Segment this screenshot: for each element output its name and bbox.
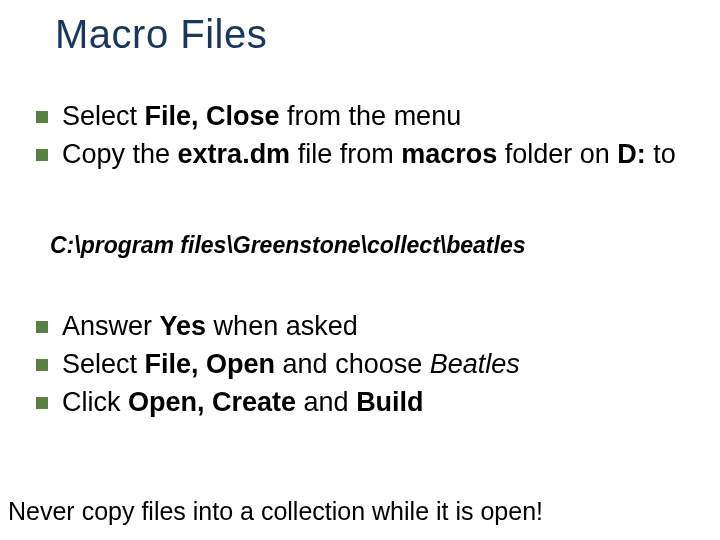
slide: Macro Files Select File, Close from the … [0, 0, 720, 540]
list-item-text: Select File, Close from the menu [62, 100, 690, 134]
run: folder on [497, 139, 617, 169]
run: when asked [206, 311, 358, 341]
list-item-text: Select File, Open and choose Beatles [62, 348, 690, 382]
list-item: Copy the extra.dm file from macros folde… [36, 138, 690, 172]
list-item-text: Click Open, Create and Build [62, 386, 690, 420]
bullet-group-2: Answer Yes when asked Select File, Open … [36, 310, 690, 423]
list-item: Answer Yes when asked [36, 310, 690, 344]
path-line: C:\program files\Greenstone\collect\beat… [50, 232, 690, 259]
footer-note: Never copy files into a collection while… [8, 497, 543, 526]
path-text: C:\program files\Greenstone\collect\beat… [50, 232, 525, 258]
run: file from [290, 139, 401, 169]
bullet-group-1: Select File, Close from the menu Copy th… [36, 100, 690, 176]
run: Select [62, 101, 145, 131]
run-bold: extra.dm [178, 139, 291, 169]
square-bullet-icon [36, 321, 48, 333]
run-bold: Yes [160, 311, 207, 341]
run: and [296, 387, 356, 417]
list-item-text: Answer Yes when asked [62, 310, 690, 344]
square-bullet-icon [36, 397, 48, 409]
list-item: Select File, Open and choose Beatles [36, 348, 690, 382]
run: from the menu [280, 101, 462, 131]
run: Select [62, 349, 145, 379]
run: Click [62, 387, 128, 417]
run: Copy the [62, 139, 178, 169]
square-bullet-icon [36, 149, 48, 161]
run: Answer [62, 311, 160, 341]
run-bold: Open, Create [128, 387, 296, 417]
list-item: Click Open, Create and Build [36, 386, 690, 420]
list-item: Select File, Close from the menu [36, 100, 690, 134]
run-bold: File, Open [145, 349, 276, 379]
square-bullet-icon [36, 359, 48, 371]
slide-title: Macro Files [55, 12, 267, 57]
square-bullet-icon [36, 111, 48, 123]
run: and choose [275, 349, 430, 379]
list-item-text: Copy the extra.dm file from macros folde… [62, 138, 690, 172]
run: to [646, 139, 676, 169]
run-bold: File, Close [145, 101, 280, 131]
run-bold: macros [401, 139, 497, 169]
run-bold: D: [617, 139, 646, 169]
run-italic: Beatles [430, 349, 520, 379]
run-bold: Build [356, 387, 424, 417]
